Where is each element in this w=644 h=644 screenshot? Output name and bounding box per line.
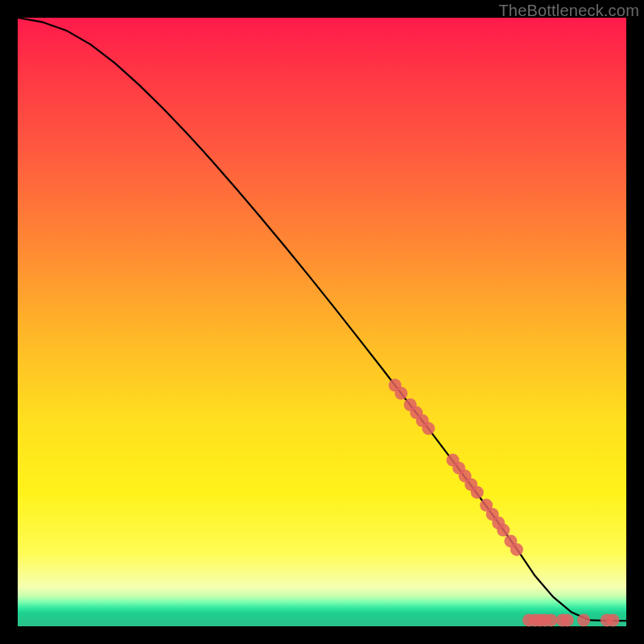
data-point bbox=[497, 524, 510, 537]
data-point bbox=[510, 543, 523, 556]
chart-frame: TheBottleneck.com bbox=[0, 0, 644, 644]
data-point bbox=[561, 613, 574, 626]
data-point bbox=[471, 486, 484, 499]
chart-svg bbox=[18, 18, 626, 626]
data-points bbox=[389, 379, 620, 627]
data-point bbox=[606, 613, 619, 626]
bottleneck-curve bbox=[18, 18, 626, 621]
watermark-text: TheBottleneck.com bbox=[498, 2, 639, 20]
data-point bbox=[394, 387, 407, 400]
data-point bbox=[544, 613, 557, 626]
data-point bbox=[422, 422, 435, 435]
data-point bbox=[577, 613, 590, 626]
